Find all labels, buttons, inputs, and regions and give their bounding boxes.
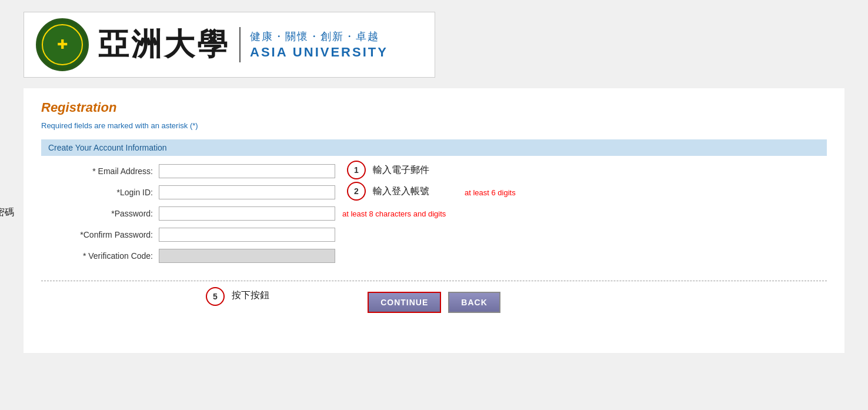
logo-right: 健康・關懷・創新・卓越 ASIA UNIVERSITY [250, 29, 388, 60]
required-note: Required fields are marked with an aster… [41, 121, 827, 130]
annotation-circle-1: 1 [347, 161, 366, 179]
annotation-label-3: 輸入密碼 [0, 206, 14, 219]
annotation-circle-5: 5 [206, 287, 225, 306]
loginid-input[interactable] [159, 185, 335, 199]
confirm-password-row: 4 再次輸入密碼 *Confirm Password: [41, 228, 827, 242]
university-logo: ✚ [36, 18, 89, 71]
logo-text: 亞洲大學 [98, 29, 230, 60]
email-input[interactable] [159, 164, 335, 178]
main-content: Registration Required fields are marked … [24, 88, 844, 353]
registration-title: Registration [41, 100, 827, 115]
annotation-label-2: 輸入登入帳號 [373, 185, 429, 198]
email-label: * Email Address: [41, 166, 159, 176]
logo-emblem: ✚ [42, 24, 83, 65]
section-header: Create Your Account Information [41, 139, 827, 156]
tagline-chinese: 健康・關懷・創新・卓越 [250, 29, 388, 44]
header-logo-box: ✚ 亞洲大學 健康・關懷・創新・卓越 ASIA UNIVERSITY [24, 12, 435, 78]
buttons-row: 5 按下按鈕 CONTINUE BACK [41, 281, 827, 324]
university-name-chinese: 亞洲大學 [98, 29, 230, 60]
continue-button[interactable]: CONTINUE [368, 292, 441, 313]
password-label: *Password: [41, 209, 159, 218]
annotation-label-1: 輸入電子郵件 [373, 164, 429, 176]
password-hint: at least 8 characters and digits [342, 209, 446, 218]
verification-label: * Verification Code: [41, 251, 159, 261]
tagline-english: ASIA UNIVERSITY [250, 45, 388, 60]
verification-row: * Verification Code: [41, 249, 827, 263]
page-wrapper: ✚ 亞洲大學 健康・關懷・創新・卓越 ASIA UNIVERSITY Regis… [0, 0, 868, 410]
loginid-row: *Login ID: 2 輸入登入帳號 at least 6 digits [41, 185, 827, 199]
verification-input[interactable] [159, 249, 335, 263]
confirm-password-label: *Confirm Password: [41, 230, 159, 239]
annotation-circle-2: 2 [347, 182, 366, 201]
cross-icon: ✚ [57, 37, 68, 52]
loginid-hint: at least 6 digits [465, 188, 516, 197]
form-section: Create Your Account Information * Email … [41, 139, 827, 324]
logo-divider [239, 27, 241, 62]
back-button[interactable]: BACK [448, 292, 500, 313]
confirm-password-input[interactable] [159, 228, 335, 242]
annotation-label-5: 按下按鈕 [232, 289, 269, 302]
email-row: * Email Address: 1 輸入電子郵件 [41, 164, 827, 178]
password-input[interactable] [159, 206, 335, 221]
password-row: 3 輸入密碼 *Password: at least 8 characters … [41, 206, 827, 221]
loginid-label: *Login ID: [41, 188, 159, 197]
